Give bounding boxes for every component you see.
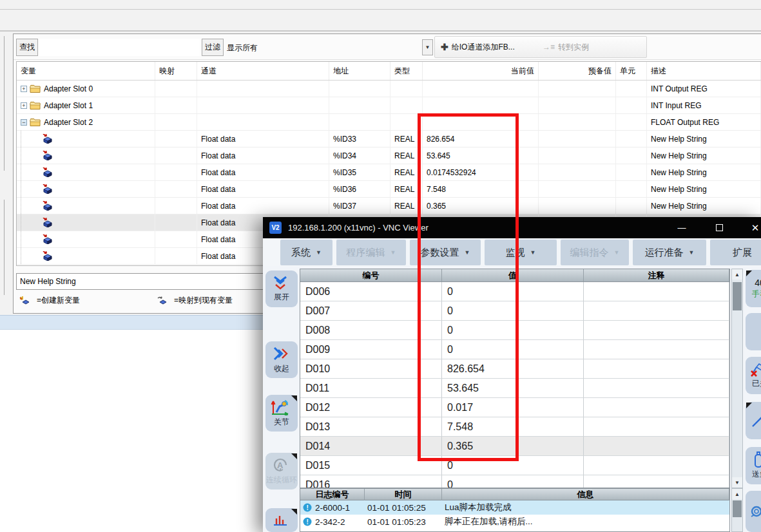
register-comment-cell — [584, 359, 729, 379]
menu-item-系统[interactable]: 系统▼ — [280, 240, 332, 265]
find-button[interactable]: 查找 — [16, 39, 38, 56]
type-cell: REAL — [390, 147, 423, 164]
register-row[interactable]: D0070 — [300, 301, 729, 321]
minimize-button[interactable]: — — [673, 217, 691, 238]
prepared-value-cell — [539, 181, 616, 198]
chevron-down-icon: ▼ — [390, 249, 396, 256]
current-value-cell — [423, 81, 539, 97]
type-cell: REAL — [390, 131, 423, 147]
menu-item-运行准备[interactable]: 运行准备▼ — [633, 240, 706, 265]
table-row[interactable]: Float data%ID35REAL0.0174532924New Help … — [17, 164, 761, 181]
table-row[interactable]: Float data%ID36REAL7.548New Help String — [17, 181, 761, 198]
menu-item-label: 扩展 — [733, 247, 752, 259]
menu-item-扩展[interactable]: 扩展 — [710, 240, 761, 265]
tree-indent — [21, 214, 43, 231]
menu-item-监视[interactable]: 监视▼ — [485, 240, 557, 265]
register-row[interactable]: D0140.365 — [300, 437, 729, 456]
maximize-button[interactable] — [710, 217, 728, 238]
right-panel-button-送丝[interactable]: 送丝 — [746, 447, 761, 484]
right-panel-button-已关[interactable]: 已关 — [746, 357, 761, 394]
table-scrollbar[interactable]: ▲ ▼ — [731, 269, 743, 488]
column-header-6[interactable]: 预备值 — [539, 62, 616, 80]
log-row[interactable]: !2-342-201-01 01:05:23脚本正在加载,请稍后... — [300, 515, 729, 529]
right-button-label: 送丝 — [752, 469, 761, 480]
register-column-header-1[interactable]: 值 — [442, 269, 584, 281]
log-scroll-up-icon[interactable]: ▲ — [732, 489, 742, 499]
menu-item-参数设置[interactable]: 参数设置▼ — [410, 240, 481, 265]
log-scrollbar[interactable]: ▲ — [731, 488, 743, 532]
add-fb-button[interactable]: ✚ 给IO通道添加FB... — [437, 37, 519, 57]
table-row[interactable]: Float data%ID33REAL826.654New Help Strin… — [17, 131, 761, 147]
column-header-1[interactable]: 映射 — [155, 62, 197, 80]
sidebar-button-连续循环[interactable]: A连续循环 — [265, 453, 298, 489]
close-button[interactable]: ✕ — [746, 217, 761, 238]
column-header-3[interactable]: 地址 — [329, 62, 390, 80]
register-row[interactable]: D010826.654 — [300, 359, 729, 379]
register-column-header-2[interactable]: 注释 — [584, 269, 729, 281]
right-panel-button-40[interactable]: 40手动 — [746, 270, 761, 307]
table-row[interactable]: −Adapter Slot 2FLOAT Output REG — [17, 114, 761, 131]
corner-marker-icon — [746, 271, 752, 276]
register-row[interactable]: D01153.645 — [300, 379, 729, 398]
column-header-0[interactable]: 变量 — [17, 62, 155, 80]
plus-icon: ✚ — [441, 42, 448, 52]
address-cell — [329, 97, 390, 114]
scroll-up-icon[interactable]: ▲ — [732, 269, 742, 280]
table-row[interactable]: +Adapter Slot 1INT Input REG — [17, 97, 761, 114]
sidebar-button-展开[interactable]: 展开 — [265, 271, 298, 307]
search-input[interactable] — [39, 39, 200, 56]
log-row[interactable]: !1-926-101-01 00:22:23伺服没有打开，请先打开伺服 — [300, 529, 729, 532]
right-panel-button-3[interactable] — [746, 402, 761, 439]
right-panel-button-5[interactable] — [746, 491, 761, 532]
filter-button[interactable]: 过滤 — [202, 39, 224, 56]
filter-combo-arrow-icon[interactable]: ▼ — [422, 39, 433, 55]
log-column-header-1[interactable]: 时间 — [365, 489, 442, 500]
log-scrollbar-thumb[interactable] — [733, 500, 742, 517]
column-header-5[interactable]: 当前值 — [423, 62, 539, 80]
register-row[interactable]: D0150 — [300, 456, 729, 475]
column-header-7[interactable]: 单元 — [616, 62, 647, 80]
column-header-4[interactable]: 类型 — [390, 62, 423, 80]
tree-expander-icon[interactable]: + — [21, 86, 27, 92]
tree-indent — [21, 248, 43, 264]
corner-marker-icon — [746, 403, 752, 408]
table-row[interactable]: +Adapter Slot 0INT Output REG — [17, 81, 761, 97]
tree-expander-icon[interactable]: − — [21, 119, 27, 126]
register-row[interactable]: D0137.548 — [300, 417, 729, 437]
register-row[interactable]: D0120.017 — [300, 398, 729, 417]
filter-combo-value[interactable]: 显示所有 — [227, 43, 258, 53]
scroll-down-icon[interactable]: ▼ — [732, 477, 742, 488]
sidebar-button-partial[interactable] — [265, 508, 298, 532]
table-row[interactable]: Float data%ID34REAL53.645New Help String — [17, 147, 761, 164]
sidebar-button-关节[interactable]: 关节 — [265, 395, 298, 432]
log-column-header-0[interactable]: 日志编号 — [300, 489, 365, 500]
register-row[interactable]: D0080 — [300, 321, 729, 340]
variable-cell — [17, 231, 155, 248]
prepared-value-cell — [539, 114, 616, 131]
register-row[interactable]: D0160 — [300, 475, 729, 488]
register-row[interactable]: D0090 — [300, 340, 729, 359]
register-comment-cell — [584, 417, 729, 437]
vnc-viewer-window: V2 192.168.1.200 (x11vnc) - VNC Viewer —… — [263, 217, 761, 532]
table-row[interactable]: Float data%ID37REAL0.365New Help String — [17, 198, 761, 214]
right-panel-button-1[interactable] — [746, 313, 761, 350]
register-id-cell: D011 — [300, 379, 442, 398]
column-header-2[interactable]: 通道 — [197, 62, 329, 80]
menu-item-编辑指令[interactable]: 编辑指令▼ — [561, 240, 629, 265]
legend-map-existing: =映射到现有变量 — [157, 295, 233, 306]
menu-item-程序编辑[interactable]: 程序编辑▼ — [336, 240, 406, 265]
register-column-header-0[interactable]: 编号 — [300, 269, 442, 281]
sidebar-button-收起[interactable]: 收起 — [265, 341, 298, 378]
goto-instance-button[interactable]: →≡ 转到实例 — [539, 37, 593, 57]
log-row[interactable]: !2-6000-101-01 01:05:25Lua脚本加载完成 — [300, 500, 729, 515]
register-row[interactable]: D0060 — [300, 282, 729, 301]
tree-expander-icon[interactable]: + — [21, 102, 27, 109]
type-cell: REAL — [390, 198, 423, 214]
vnc-title-bar[interactable]: V2 192.168.1.200 (x11vnc) - VNC Viewer —… — [263, 217, 761, 238]
log-column-header-2[interactable]: 信息 — [442, 489, 729, 500]
type-cell — [390, 114, 423, 131]
column-header-8[interactable]: 描述 — [647, 62, 761, 80]
top-divider-1 — [0, 9, 761, 10]
table-scrollbar-thumb[interactable] — [733, 282, 742, 310]
add-fb-label: 给IO通道添加FB... — [452, 42, 515, 53]
